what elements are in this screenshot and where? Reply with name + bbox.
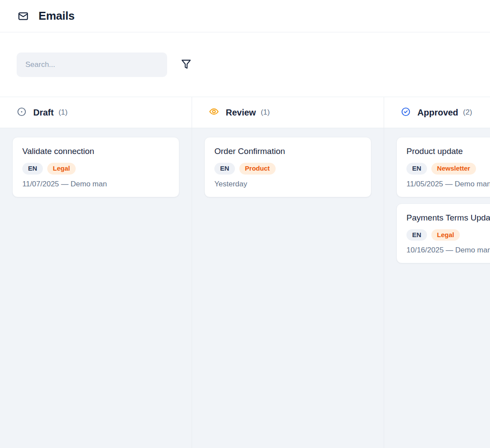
language-badge: EN [406,229,427,241]
card-badges: EN Legal [22,163,169,175]
card-meta: Yesterday [214,180,361,189]
email-card[interactable]: Payments Terms Update EN Legal 10/16/202… [396,203,490,264]
circle-check-icon [401,107,411,119]
language-badge: EN [22,163,43,175]
column-review-body: Order Confirmation EN Product Yesterday [192,128,384,448]
card-badges: EN Product [214,163,361,175]
filter-button[interactable] [181,59,192,71]
card-badges: EN Newsletter [406,163,490,175]
email-card[interactable]: Order Confirmation EN Product Yesterday [204,137,371,197]
search-toolbar [0,32,490,97]
language-badge: EN [406,163,427,175]
email-card[interactable]: Product update EN Newsletter 11/05/2025 … [396,137,490,197]
column-review: Review (1) Order Confirmation EN Product… [192,97,384,448]
column-draft-header: Draft (1) [0,97,192,128]
column-approved-body: Product update EN Newsletter 11/05/2025 … [384,128,490,448]
card-title: Product update [406,147,490,156]
language-badge: EN [214,163,235,175]
page-title: Emails [38,9,75,23]
card-title: Order Confirmation [214,147,361,156]
card-meta: 11/07/2025 — Demo man [22,180,169,189]
search-input[interactable] [17,52,167,77]
filter-icon [181,59,192,71]
card-meta: 10/16/2025 — Demo man [406,246,490,255]
column-draft: Draft (1) Validate connection EN Legal 1… [0,97,192,448]
column-draft-body: Validate connection EN Legal 11/07/2025 … [0,128,192,448]
column-draft-count: (1) [59,108,68,117]
emails-app: Emails Draft (1) [0,0,490,448]
column-review-count: (1) [261,108,270,117]
column-draft-title: Draft [33,108,54,118]
card-title: Validate connection [22,147,169,156]
category-badge: Legal [47,163,76,175]
email-card[interactable]: Validate connection EN Legal 11/07/2025 … [12,137,179,197]
column-approved-count: (2) [463,108,472,117]
category-badge: Product [239,163,276,175]
column-approved-title: Approved [417,108,458,118]
column-approved-header: Approved (2) [384,97,490,128]
card-badges: EN Legal [406,229,490,241]
category-badge: Legal [431,229,460,241]
column-review-title: Review [226,108,256,118]
card-title: Payments Terms Update [406,213,490,223]
mail-icon [17,10,30,22]
card-meta: 11/05/2025 — Demo man [406,180,490,189]
top-bar: Emails [0,0,490,32]
kanban-board: Draft (1) Validate connection EN Legal 1… [0,97,490,448]
column-approved: Approved (2) Product update EN Newslette… [384,97,490,448]
eye-icon [209,106,219,119]
category-badge: Newsletter [431,163,476,175]
column-review-header: Review (1) [192,97,384,128]
circle-dot-icon [17,107,27,119]
